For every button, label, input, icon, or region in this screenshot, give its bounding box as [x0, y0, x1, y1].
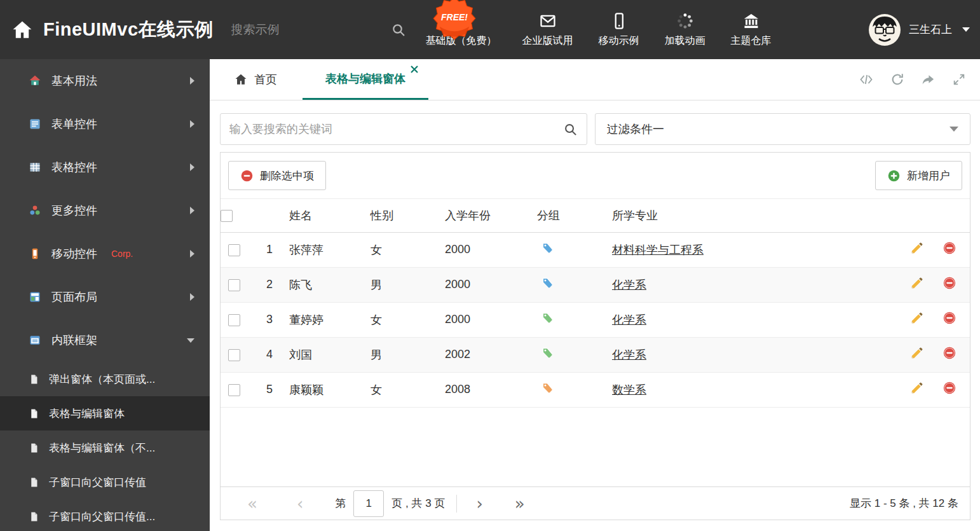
cell-gender: 男: [371, 267, 445, 302]
filter-dropdown[interactable]: 过滤条件一: [595, 113, 970, 145]
chevron-down-icon: [187, 338, 194, 343]
row-number: 3: [247, 302, 289, 337]
sidebar-item-more-controls[interactable]: 更多控件: [0, 189, 210, 232]
delete-row-icon[interactable]: [943, 346, 956, 363]
sidebar-item-mobile-controls[interactable]: 移动控件 Corp.: [0, 232, 210, 275]
delete-selected-label: 删除选中项: [260, 169, 314, 183]
column-group[interactable]: 分组: [537, 199, 612, 232]
row-checkbox[interactable]: [228, 279, 240, 291]
sidebar-item-label: 内联框架: [51, 333, 97, 348]
sidebar-item-page-layout[interactable]: 页面布局: [0, 275, 210, 319]
nav-enterprise-trial[interactable]: 企业版试用: [522, 12, 573, 48]
edit-icon[interactable]: [910, 276, 924, 293]
keyword-search-input[interactable]: [229, 123, 563, 136]
row-checkbox[interactable]: [228, 349, 240, 361]
edit-icon[interactable]: [910, 381, 924, 398]
major-link[interactable]: 化学系: [612, 314, 646, 326]
bank-icon: [742, 12, 760, 30]
header-search-input[interactable]: [231, 23, 387, 37]
sidebar-subitem-grid-edit-window[interactable]: 表格与编辑窗体: [0, 396, 210, 431]
filter-dropdown-value: 过滤条件一: [607, 121, 664, 137]
row-checkbox[interactable]: [228, 314, 240, 326]
main-area: 首页 表格与编辑窗体: [210, 59, 980, 531]
column-name[interactable]: 姓名: [289, 199, 371, 232]
chevron-down-icon: [949, 127, 958, 132]
next-page-button[interactable]: ›: [476, 495, 482, 512]
last-page-button[interactable]: »: [515, 495, 525, 512]
delete-row-icon[interactable]: [943, 381, 956, 398]
close-icon[interactable]: [411, 66, 418, 73]
delete-selected-button[interactable]: 删除选中项: [228, 161, 326, 190]
share-icon[interactable]: [921, 72, 936, 87]
header-nav: 基础版（免费） 企业版试用 移动示例 加载动画 主题仓库: [426, 12, 772, 48]
add-user-button[interactable]: 新增用户: [875, 161, 962, 190]
sidebar-item-label: 表格控件: [51, 160, 97, 175]
chevron-right-icon: [190, 163, 194, 171]
cell-name: 陈飞: [289, 267, 371, 302]
column-gender[interactable]: 性别: [371, 199, 445, 232]
select-all-checkbox[interactable]: [221, 210, 233, 222]
file-icon: [29, 374, 39, 385]
major-link[interactable]: 化学系: [612, 348, 646, 361]
tab-home[interactable]: 首页: [229, 59, 282, 100]
column-major[interactable]: 所学专业: [612, 199, 897, 232]
tab-label: 表格与编辑窗体: [325, 71, 405, 86]
column-year[interactable]: 入学年份: [445, 199, 537, 232]
source-code-icon[interactable]: [859, 72, 874, 87]
delete-row-icon[interactable]: [943, 311, 956, 328]
refresh-icon[interactable]: [890, 72, 904, 86]
grid-empty-space: [221, 408, 970, 487]
sidebar-subitem-popup-window[interactable]: 弹出窗体（本页面或...: [0, 362, 210, 396]
home-icon: [234, 72, 248, 86]
search-icon[interactable]: [391, 22, 406, 38]
nav-mobile-demo[interactable]: 移动示例: [599, 12, 639, 48]
plus-circle-icon: [887, 169, 901, 183]
row-checkbox[interactable]: [228, 384, 240, 396]
sidebar-subitem-grid-edit-window-2[interactable]: 表格与编辑窗体（不...: [0, 431, 210, 465]
cell-gender: 男: [371, 337, 445, 372]
sidebar-item-form-controls[interactable]: 表单控件: [0, 102, 210, 146]
sidebar-subitem-child-to-parent[interactable]: 子窗口向父窗口传值: [0, 465, 210, 499]
nav-theme-repository[interactable]: 主题仓库: [731, 12, 772, 48]
sidebar-item-label: 基本用法: [51, 73, 97, 88]
tab-toolbar: [859, 59, 966, 100]
cell-year: 2000: [445, 302, 537, 337]
major-link[interactable]: 化学系: [612, 279, 646, 291]
sidebar-item-basic-usage[interactable]: 基本用法: [0, 59, 210, 102]
fullscreen-icon[interactable]: [952, 72, 966, 86]
tab-grid-edit-window[interactable]: 表格与编辑窗体: [303, 59, 428, 100]
page-number-input[interactable]: [353, 490, 384, 517]
page-suffix-label: 页 , 共 3 页: [391, 496, 445, 511]
phone-icon: [29, 247, 41, 260]
sidebar-item-inline-frame[interactable]: 内联框架: [0, 319, 210, 362]
form-icon: [29, 118, 41, 130]
search-icon[interactable]: [563, 122, 578, 137]
keyword-search-box: [220, 113, 587, 145]
table-row: 4 刘国 男 2002 化学系: [221, 337, 970, 372]
minus-circle-icon: [240, 169, 254, 183]
major-link[interactable]: 材料科学与工程系: [612, 244, 704, 256]
row-checkbox[interactable]: [228, 244, 240, 256]
row-number: 2: [247, 267, 289, 302]
sidebar-item-label: 移动控件: [51, 246, 97, 261]
edit-icon[interactable]: [910, 241, 924, 258]
cell-year: 2000: [445, 232, 537, 267]
sidebar-subitem-child-to-parent-2[interactable]: 子窗口向父窗口传值...: [0, 499, 210, 531]
edit-icon[interactable]: [910, 311, 924, 328]
chevron-down-icon: [962, 27, 970, 32]
first-page-button[interactable]: «: [247, 495, 257, 512]
prev-page-button[interactable]: ‹: [297, 495, 303, 512]
nav-loading-animation[interactable]: 加载动画: [665, 12, 705, 48]
nav-label: 主题仓库: [731, 34, 772, 48]
pagination-summary: 显示 1 - 5 条 , 共 12 条: [850, 496, 958, 511]
delete-row-icon[interactable]: [943, 276, 956, 293]
brand[interactable]: FineUIMvc在线示例: [11, 17, 214, 43]
free-badge-label: FREE!: [433, 12, 476, 22]
sidebar-item-label: 页面布局: [51, 289, 97, 305]
delete-row-icon[interactable]: [943, 241, 956, 258]
user-menu[interactable]: 三生石上: [868, 13, 970, 46]
chevron-right-icon: [190, 293, 194, 301]
major-link[interactable]: 数学系: [612, 383, 646, 396]
sidebar-item-grid-controls[interactable]: 表格控件: [0, 146, 210, 189]
edit-icon[interactable]: [910, 346, 924, 363]
